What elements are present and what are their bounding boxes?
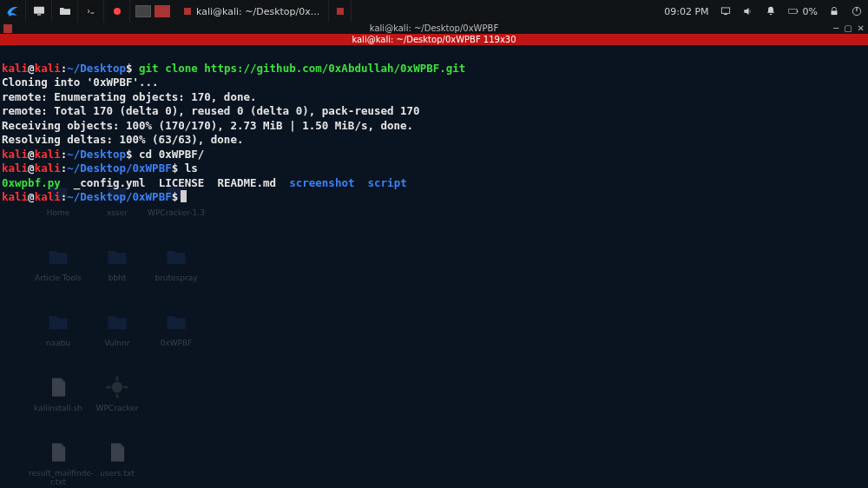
terminal-title-text: kali@kali: ~/Desktop/0xWPBF 119x30 <box>352 35 516 44</box>
terminal-button[interactable] <box>78 0 104 23</box>
svg-point-13 <box>112 382 123 393</box>
panel-left: kali@kali: ~/Desktop/0x... <box>0 0 352 23</box>
svg-rect-9 <box>797 10 798 12</box>
tray-lock-button[interactable] <box>823 5 845 17</box>
cmd-git-clone: git clone https://github.com/0xAbdullah/… <box>133 62 466 75</box>
desktop-icon-kaliinstall-sh[interactable]: kaliinstall.sh <box>29 374 88 412</box>
battery-text: 0% <box>803 6 818 17</box>
terminal-icon <box>84 4 98 18</box>
terminal-titlebar: kali@kali: ~/Desktop/0xWPBF 119x30 <box>0 34 868 45</box>
desktop-icon-label: WPCracker <box>88 404 147 412</box>
ls-readme: README.md <box>217 176 276 189</box>
svg-rect-4 <box>337 8 344 15</box>
svg-point-3 <box>114 8 121 15</box>
ls-script: script <box>368 176 407 189</box>
prompt-path: ~/Desktop <box>67 62 126 75</box>
record-icon <box>110 4 124 18</box>
desktop-icon-result-mailfinde-r-txt[interactable]: result_mailfinde-r.txt <box>29 439 88 486</box>
terminal-body[interactable]: kali@kali:~/Desktop$ git clone https://g… <box>0 45 868 221</box>
ls-0xwpbf: 0xwpbf.py <box>2 176 61 189</box>
desktop-icon-label: Vulnnr <box>88 339 147 347</box>
desktop-icon-0xwpbf[interactable]: 0xWPBF <box>147 309 206 347</box>
folder-icon <box>161 309 191 335</box>
folder-icon <box>43 244 73 270</box>
recording-indicator-button[interactable] <box>104 0 130 23</box>
maximize-button[interactable]: ▢ <box>844 23 852 33</box>
desktop-icon-wpcracker[interactable]: WPCracker <box>88 374 147 412</box>
tray-volume-button[interactable] <box>737 5 760 17</box>
svg-rect-14 <box>116 377 119 381</box>
desktop-icon-label: Article Tools <box>29 274 88 282</box>
folder-icon <box>102 244 132 270</box>
volume-icon <box>742 5 754 17</box>
folder-icon <box>102 309 132 335</box>
desktop-icon-naabu[interactable]: naabu <box>29 309 88 347</box>
svg-rect-5 <box>721 8 729 13</box>
desktop-icon-label: result_mailfinde-r.txt <box>29 469 88 486</box>
svg-rect-2 <box>86 7 96 16</box>
out-receiving: Receiving objects: 100% (170/170), 2.73 … <box>2 119 413 132</box>
svg-rect-10 <box>832 10 838 15</box>
lock-icon <box>828 5 840 17</box>
battery-icon <box>787 5 799 17</box>
cmd-ls: ls <box>178 162 198 175</box>
desktop-icon-bbht[interactable]: bbht <box>88 244 147 282</box>
bell-icon <box>765 5 777 17</box>
tray-display-button[interactable] <box>714 5 737 17</box>
terminal-cursor <box>181 190 187 202</box>
ls-screenshot: screenshot <box>289 176 354 189</box>
svg-rect-8 <box>788 10 796 14</box>
task-label: kali@kali: ~/Desktop/0x... <box>196 6 319 17</box>
display-icon <box>720 5 732 17</box>
workspace-1[interactable] <box>135 5 151 17</box>
taskbar-app-button[interactable] <box>329 0 352 23</box>
desktop-icon-article-tools[interactable]: Article Tools <box>29 244 88 282</box>
panel-right: 09:02 PM 0% <box>659 0 868 23</box>
app-thumb-icon <box>335 6 345 16</box>
close-button[interactable]: ✕ <box>858 23 865 33</box>
task-app-icon <box>184 8 191 15</box>
taskbar-window-button[interactable]: kali@kali: ~/Desktop/0x... <box>175 0 329 23</box>
desktop-icon-label: naabu <box>29 339 88 347</box>
folder-icon <box>43 309 73 335</box>
svg-rect-6 <box>724 14 727 15</box>
app-menu-button[interactable] <box>0 0 26 23</box>
desktop-icon-brutespray[interactable]: brutespray <box>147 244 206 282</box>
svg-rect-17 <box>124 386 128 389</box>
file-icon <box>102 439 132 465</box>
desktop-icon <box>32 4 46 18</box>
cmd-cd: cd 0xWPBF/ <box>133 148 205 161</box>
show-desktop-button[interactable] <box>26 0 52 23</box>
desktop-icon-vulnnr[interactable]: Vulnnr <box>88 309 147 347</box>
clock-text: 09:02 PM <box>664 6 708 17</box>
workspace-switcher[interactable] <box>130 5 175 17</box>
file-icon <box>43 439 73 465</box>
terminal-app-icon <box>3 24 12 33</box>
minimize-button[interactable]: ─ <box>833 23 838 33</box>
out-enum: remote: Enumerating objects: 170, done. <box>2 90 257 103</box>
desktop-icon-label: bbht <box>88 274 147 282</box>
svg-rect-1 <box>37 14 41 15</box>
svg-rect-12 <box>856 7 857 11</box>
desktop-icon-users-txt[interactable]: users.txt <box>88 439 147 478</box>
clock[interactable]: 09:02 PM <box>659 6 713 17</box>
desktop-icon-label: users.txt <box>88 469 147 478</box>
prompt-host: kali <box>35 62 61 75</box>
terminal-window: kali@kali: ~/Desktop/0xWPBF ─ ▢ ✕ kali@k… <box>0 23 868 221</box>
power-icon <box>851 5 863 17</box>
ls-license: LICENSE <box>159 176 205 189</box>
tray-notifications-button[interactable] <box>760 5 782 17</box>
workspace-2[interactable] <box>155 5 170 17</box>
terminal-tabbar: kali@kali: ~/Desktop/0xWPBF ─ ▢ ✕ <box>0 23 868 34</box>
tray-power-button[interactable] <box>845 5 868 17</box>
gear-icon <box>102 374 132 400</box>
prompt-dollar: $ <box>126 62 133 75</box>
out-resolving: Resolving deltas: 100% (63/63), done. <box>2 133 243 146</box>
out-cloning: Cloning into '0xWPBF'... <box>2 76 159 89</box>
folder-icon <box>161 244 191 270</box>
file-manager-button[interactable] <box>52 0 78 23</box>
ls-config: _config.yml <box>74 176 146 189</box>
tray-battery[interactable]: 0% <box>782 5 823 17</box>
out-total: remote: Total 170 (delta 0), reused 0 (d… <box>2 104 420 117</box>
desktop-icon-label: kaliinstall.sh <box>29 404 88 412</box>
